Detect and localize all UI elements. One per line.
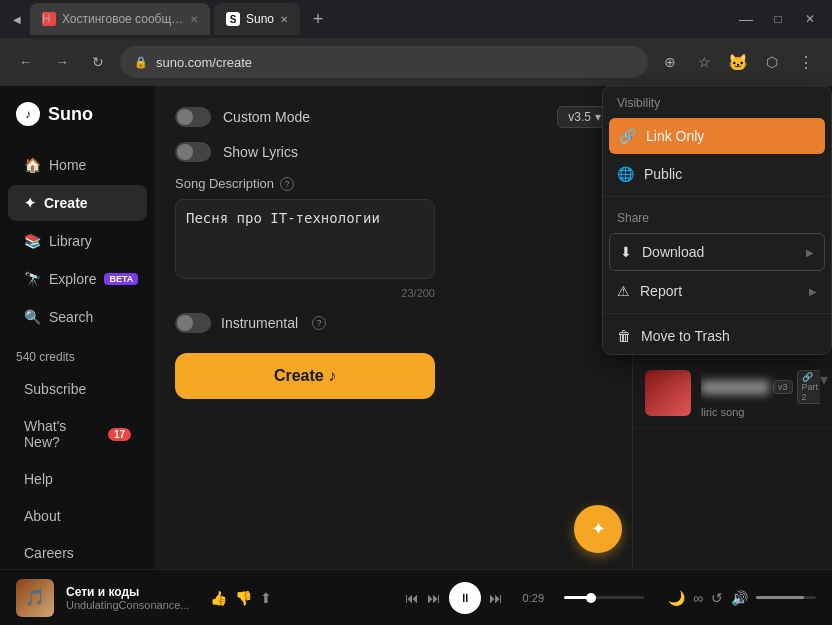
menu-item-report[interactable]: ⚠ Report ▶ — [603, 273, 831, 309]
extension-icon[interactable]: 🐱 — [724, 48, 752, 76]
sidebar-whats-new[interactable]: What's New? 17 — [8, 408, 147, 460]
minimize-button[interactable]: — — [732, 5, 760, 33]
sidebar-item-careers[interactable]: Careers — [8, 535, 147, 571]
new-tab-button[interactable]: + — [304, 5, 332, 33]
infinity-icon[interactable]: ∞ — [693, 590, 703, 606]
song-description-input[interactable]: Песня про IT-технологии — [175, 199, 435, 279]
instrumental-help-icon[interactable]: ? — [312, 316, 326, 330]
version-text: v3.5 — [568, 110, 591, 124]
custom-mode-toggle[interactable] — [175, 107, 211, 127]
puzzle-icon[interactable]: ⬡ — [758, 48, 786, 76]
skip-fwd-icon[interactable]: ⏭ — [489, 590, 503, 606]
custom-mode-label: Custom Mode — [223, 109, 310, 125]
instrumental-toggle[interactable] — [175, 313, 211, 333]
careers-label: Careers — [24, 545, 74, 561]
song-description-label: Song Description ? — [175, 176, 612, 191]
sidebar-item-search[interactable]: 🔍 Search — [8, 299, 147, 335]
sidebar-item-about[interactable]: About — [8, 498, 147, 534]
sidebar-item-library[interactable]: 📚 Library — [8, 223, 147, 259]
player-title: Сети и коды — [66, 585, 190, 599]
logo-icon: ♪ — [16, 102, 40, 126]
tab-suno-close[interactable]: ✕ — [280, 14, 288, 25]
instrumental-label: Instrumental — [221, 315, 298, 331]
player-share-icon[interactable]: ⬆ — [260, 590, 272, 606]
sidebar-item-explore[interactable]: 🔭 Explore BETA — [8, 261, 147, 297]
context-menu: Visibility 🔗 Link Only 🌐 Public Share ⬇ … — [602, 85, 832, 355]
address-bar[interactable]: 🔒 suno.com/create — [120, 46, 648, 78]
player-like-icon[interactable]: 👍 — [210, 590, 227, 606]
song-desc-help-icon[interactable]: ? — [280, 177, 294, 191]
v3-badge-5: v3 — [773, 380, 793, 394]
maximize-button[interactable]: □ — [764, 5, 792, 33]
menu-item-public[interactable]: 🌐 Public — [603, 156, 831, 192]
tab-hosting[interactable]: H Хостинговое сообщество «Tim... ✕ — [30, 3, 210, 35]
back-button[interactable]: ← — [12, 48, 40, 76]
window-back-icon[interactable]: ◀ — [8, 10, 26, 28]
app-logo: ♪ Suno — [0, 102, 155, 146]
logo-text: Suno — [48, 104, 93, 125]
pause-button[interactable]: ⏸ — [449, 582, 481, 614]
sidebar-library-label: Library — [49, 233, 92, 249]
download-icon: ⬇ — [620, 244, 632, 260]
menu-item-link-only[interactable]: 🔗 Link Only — [609, 118, 825, 154]
about-label: About — [24, 508, 61, 524]
menu-item-trash[interactable]: 🗑 Move to Trash — [603, 318, 831, 354]
forward-button[interactable]: → — [48, 48, 76, 76]
volume-bar[interactable] — [756, 596, 816, 599]
song-genre-5: liric song — [701, 406, 820, 418]
sidebar-item-home[interactable]: 🏠 Home — [8, 147, 147, 183]
menu-divider-2 — [603, 313, 831, 314]
sidebar: ♪ Suno 🏠 Home ✦ Create 📚 Library 🔭 Explo… — [0, 86, 155, 569]
report-arrow-icon: ▶ — [809, 286, 817, 297]
trash-icon: 🗑 — [617, 328, 631, 344]
sidebar-item-help[interactable]: Help — [8, 461, 147, 497]
subscribe-button[interactable]: Subscribe — [8, 371, 147, 407]
char-count-display: 23/200 — [175, 287, 435, 299]
refresh-button[interactable]: ↻ — [84, 48, 112, 76]
prev-icon[interactable]: ⏭ — [427, 590, 441, 606]
player-info: Сети и коды UndulatingConsonance... — [66, 585, 190, 611]
report-label: Report — [640, 283, 682, 299]
create-button[interactable]: Create ♪ — [175, 353, 435, 399]
tab-suno[interactable]: S Suno ✕ — [214, 3, 300, 35]
settings-icon[interactable]: ⋮ — [792, 48, 820, 76]
fab-button[interactable]: ✦ — [574, 505, 622, 553]
tab-hosting-close[interactable]: ✕ — [190, 14, 198, 25]
repeat-icon[interactable]: ↺ — [711, 590, 723, 606]
moon-icon[interactable]: 🌙 — [668, 590, 685, 606]
show-lyrics-toggle[interactable] — [175, 142, 211, 162]
visibility-section-label: Visibility — [603, 86, 831, 116]
player-actions: 👍 👎 ⬆ — [210, 590, 272, 606]
pause-icon: ⏸ — [459, 591, 471, 605]
instrumental-toggle-knob — [177, 315, 193, 331]
part-badge-5: 🔗 Part 2 — [797, 370, 820, 404]
sidebar-create-label: Create — [44, 195, 88, 211]
scroll-indicator: ▾ — [820, 370, 828, 389]
translate-icon[interactable]: ⊕ — [656, 48, 684, 76]
song-item-5: ████████ v3 🔗 Part 2 liric song ▾ — [633, 360, 832, 429]
menu-item-download[interactable]: ⬇ Download ▶ — [609, 233, 825, 271]
tab-suno-label: Suno — [246, 12, 274, 26]
download-label: Download — [642, 244, 704, 260]
credits-display: 540 credits — [0, 344, 155, 370]
player-dislike-icon[interactable]: 👎 — [235, 590, 252, 606]
report-icon: ⚠ — [617, 283, 630, 299]
volume-icon[interactable]: 🔊 — [731, 590, 748, 606]
player-right-controls: 🌙 ∞ ↺ 🔊 — [668, 590, 816, 606]
window-close-button[interactable]: ✕ — [796, 5, 824, 33]
url-text: suno.com/create — [156, 55, 252, 70]
skip-back-icon[interactable]: ⏮ — [405, 590, 419, 606]
browser-chrome: ◀ H Хостинговое сообщество «Tim... ✕ S S… — [0, 0, 832, 86]
bottom-player: 🎵 Сети и коды UndulatingConsonance... 👍 … — [0, 569, 832, 625]
link-only-label: Link Only — [646, 128, 704, 144]
player-subtitle: UndulatingConsonance... — [66, 599, 190, 611]
sidebar-home-label: Home — [49, 157, 86, 173]
sidebar-item-create[interactable]: ✦ Create — [8, 185, 147, 221]
progress-dot — [586, 593, 596, 603]
explore-icon: 🔭 — [24, 271, 41, 287]
song-thumb-5 — [645, 370, 691, 416]
bookmark-icon[interactable]: ☆ — [690, 48, 718, 76]
share-section-label: Share — [603, 201, 831, 231]
progress-bar[interactable] — [564, 596, 644, 599]
home-icon: 🏠 — [24, 157, 41, 173]
